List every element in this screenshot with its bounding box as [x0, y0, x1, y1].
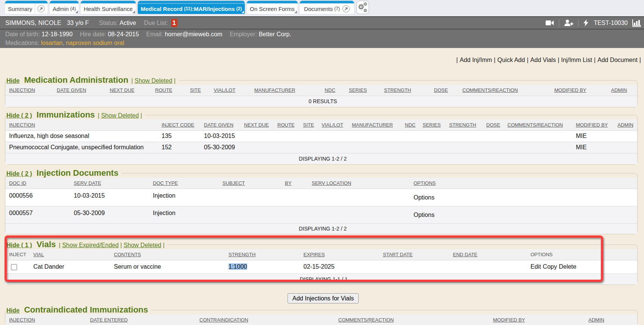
table-cell: 05-30-2009 [200, 142, 240, 153]
column-header[interactable]: OPTIONS [410, 178, 637, 189]
column-header[interactable]: INJECTION [5, 119, 158, 130]
column-header[interactable]: SUBJECT [219, 178, 281, 189]
quick-add-link[interactable]: Quick Add [497, 57, 525, 63]
hide-link[interactable]: Hide ( 2 ) [6, 170, 32, 177]
edit-action[interactable]: Edit [530, 263, 541, 270]
column-header[interactable]: DATE GIVEN [200, 119, 240, 130]
column-header[interactable]: MODIFIED BY [489, 314, 585, 325]
tab-admin[interactable]: Admin (4) [50, 1, 79, 14]
options-menu[interactable]: Options [414, 212, 434, 218]
column-header[interactable]: DOSE [482, 119, 504, 130]
tab-dropdown-icon [75, 11, 78, 13]
column-header[interactable]: START DATE [379, 249, 449, 260]
table-cell [5, 260, 30, 274]
column-header[interactable]: DOC TYPE [149, 178, 219, 189]
column-header[interactable]: VIAL/LOT [210, 85, 250, 96]
column-header[interactable]: BY [281, 178, 308, 189]
column-header[interactable]: INJECTION [5, 85, 53, 96]
add-injections-for-vials-button[interactable]: Add Injections for Vials [288, 293, 359, 303]
section-injection-documents: Hide ( 2 ) Injection Documents DOC IDSER… [5, 169, 638, 234]
show-deleted-link[interactable]: Show Deleted [135, 77, 173, 84]
column-header[interactable]: ADMIN [585, 314, 637, 325]
popout-icon[interactable] [37, 5, 45, 12]
hide-link[interactable]: Hide ( 1 ) [6, 242, 32, 249]
column-header[interactable]: COMMENTS/REACTION [459, 85, 551, 96]
delete-action[interactable]: Delete [559, 263, 576, 270]
column-header[interactable]: INJECT CODE [158, 119, 200, 130]
column-header[interactable]: NEXT DUE [240, 119, 274, 130]
column-header[interactable]: ADMIN [614, 119, 637, 130]
hide-link[interactable]: Hide [6, 77, 20, 84]
inj-imm-list-link[interactable]: Inj/Imm List [561, 57, 592, 63]
column-header[interactable]: SITE [299, 119, 318, 130]
vial-checkbox[interactable] [11, 264, 17, 270]
tab-on-screen-forms[interactable]: On Screen Forms [247, 1, 297, 14]
column-header[interactable]: COMMENTS/REACTION [504, 119, 572, 130]
video-icon[interactable] [546, 20, 554, 26]
column-header[interactable]: MODIFIED BY [572, 119, 614, 130]
column-header[interactable]: SITE [186, 85, 210, 96]
quick-action-icon[interactable] [583, 19, 588, 26]
patient-demographics: Date of birth: 12-18-1990 Hire date: 08-… [5, 30, 639, 39]
table-cell [274, 130, 299, 142]
medication-link[interactable]: naproxen sodium oral [66, 40, 124, 46]
due-list-badge[interactable]: 1 [171, 19, 177, 27]
column-header[interactable]: VIAL/LOT [318, 119, 348, 130]
column-header[interactable]: SERIES [345, 85, 380, 96]
tab-documents[interactable]: Documents (7) [300, 1, 355, 14]
hide-link[interactable]: Hide ( 2 ) [6, 112, 32, 119]
table-cell: 10-03-2015 [70, 189, 149, 206]
tab-health-surveillance[interactable]: Health Surveillance [81, 1, 135, 14]
flowsheet-icon[interactable] [632, 19, 641, 27]
table-cell: Injection [149, 189, 219, 206]
add-inj-imm-link[interactable]: Add Inj/Imm [460, 57, 492, 63]
add-document-link[interactable]: Add Document [597, 57, 638, 63]
table-row: Cat DanderSerum or vaccine1:100002-15-20… [5, 260, 637, 274]
popout-icon[interactable] [342, 5, 350, 12]
show-deleted-link[interactable]: Show Deleted [101, 112, 139, 119]
add-user-icon[interactable] [564, 20, 573, 26]
column-header[interactable]: MANUFACTURER [348, 119, 401, 130]
settings-button[interactable]: ⚙ ⚙ ⚙ [356, 1, 369, 14]
status-value: Active [120, 20, 136, 26]
tab-summary[interactable]: Summary [5, 1, 48, 14]
column-header[interactable]: COMMENTS/REACTION [334, 314, 489, 325]
column-header[interactable]: MODIFIED BY [551, 85, 607, 96]
column-header[interactable]: MANUFACTURER [250, 85, 321, 96]
hire-date-label: Hire date: [80, 31, 106, 37]
column-header[interactable]: STRENGTH [445, 119, 482, 130]
table-cell [299, 142, 318, 153]
column-header[interactable]: SERV LOCATION [308, 178, 410, 189]
column-header[interactable]: STRENGTH [380, 85, 430, 96]
show-deleted-link[interactable]: Show Deleted [124, 242, 162, 248]
column-header[interactable]: NEXT DUE [106, 85, 151, 96]
column-header[interactable]: ROUTE [274, 119, 299, 130]
options-menu[interactable]: Options [414, 194, 434, 201]
add-vials-link[interactable]: Add Vials [530, 57, 556, 63]
column-header[interactable]: DATE ENTERED [86, 314, 196, 325]
hide-link[interactable]: Hide [6, 307, 20, 314]
column-header[interactable]: CONTRAINDICATION [196, 314, 334, 325]
medications-label: Medications: [5, 40, 39, 46]
column-header[interactable]: EXPIRES [300, 249, 379, 260]
tab-dropdown-icon [132, 11, 135, 13]
column-header[interactable]: DOSE [430, 85, 459, 96]
column-header[interactable]: VIAL [30, 249, 110, 260]
show-expired-link[interactable]: Show Expired/Ended [62, 242, 118, 248]
column-header[interactable]: DATE GIVEN [53, 85, 106, 96]
column-header[interactable]: INJECTION [5, 314, 86, 325]
column-header[interactable]: CONTENTS [110, 249, 225, 260]
column-header[interactable]: NDC [321, 85, 345, 96]
column-header[interactable]: SERIES [419, 119, 445, 130]
column-header[interactable]: DOC ID [5, 178, 70, 189]
copy-action[interactable]: Copy [543, 263, 557, 270]
column-header[interactable]: ADMIN [607, 85, 637, 96]
column-header[interactable]: STRENGTH [225, 249, 300, 260]
tab-medical-record[interactable]: Medical Record (11):MAR/Injections (2) [138, 1, 245, 14]
column-header[interactable]: END DATE [449, 249, 527, 260]
column-header[interactable]: ROUTE [151, 85, 186, 96]
column-header[interactable]: NDC [401, 119, 419, 130]
table-cell [348, 142, 401, 153]
column-header[interactable]: SERV DATE [70, 178, 149, 189]
medication-link[interactable]: losartan [41, 40, 62, 46]
